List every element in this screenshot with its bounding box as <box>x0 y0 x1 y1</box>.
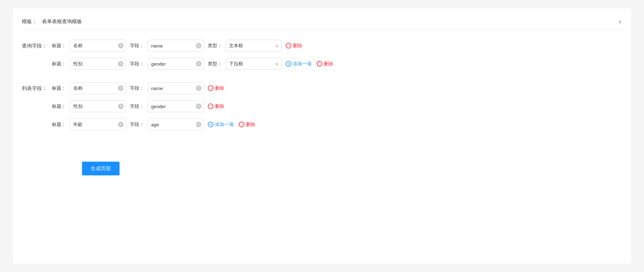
query-row-0-title-clear[interactable]: × <box>118 43 124 48</box>
list-row-1-field-input[interactable] <box>148 100 204 112</box>
query-row-1-delete-button[interactable]: − 删除 <box>317 61 333 67</box>
list-row-0-title-clear[interactable]: × <box>118 85 124 91</box>
list-row-1-title-input[interactable] <box>70 100 126 112</box>
list-row-0-field-label: 字段： <box>130 85 144 91</box>
list-row-0-actions: − 删除 <box>208 85 224 91</box>
query-row-0-type-value: 文本框 <box>229 43 275 49</box>
list-row-2-delete-button[interactable]: − 删除 <box>239 122 255 128</box>
query-row-1-field-clear[interactable]: × <box>196 61 202 67</box>
list-row-0-title-input[interactable] <box>70 82 126 94</box>
list-row-2-title-label: 标题： <box>52 122 66 128</box>
query-row-0-type-select[interactable]: 文本框 ∨ <box>226 40 282 52</box>
list-row-1: 标题： × 字段： × − 删除 <box>52 100 622 112</box>
generate-section: 生成页面 <box>52 146 622 175</box>
query-row-1-title-input[interactable] <box>70 58 126 70</box>
query-row-1-delete-label: 删除 <box>324 61 333 67</box>
list-row-1-title-label: 标题： <box>52 103 66 109</box>
list-section-label: 列表字段： <box>22 82 47 92</box>
list-row-0-title-label: 标题： <box>52 85 66 91</box>
list-section: 列表字段： 标题： × 字段： × − 删除 <box>22 82 622 130</box>
query-row-0-delete-icon: − <box>286 43 291 48</box>
query-row-1-title-clear[interactable]: × <box>118 61 124 67</box>
page-container: 模板： 表单表格查询模板 ∨ 查询字段： 标题： × 字段： × 类型： <box>12 8 632 264</box>
list-row-0-delete-label: 删除 <box>215 85 224 91</box>
query-row-0-field-clear[interactable]: × <box>196 43 202 48</box>
query-row-1-field-label: 字段： <box>130 61 144 67</box>
list-row-2-field-input-wrapper: × <box>148 118 204 130</box>
query-row-0-type-chevron-icon: ∨ <box>275 43 279 48</box>
query-row-1: 标题： × 字段： × 类型： 下拉框 ∨ + <box>52 58 622 70</box>
query-row-0-title-input-wrapper: × <box>70 40 126 52</box>
query-row-0-type-label: 类型： <box>208 43 222 49</box>
list-row-2-add-label: 添加一项 <box>215 122 234 128</box>
template-select-value: 表单表格查询模板 <box>42 18 615 25</box>
list-row-0-delete-button[interactable]: − 删除 <box>208 85 224 91</box>
list-row-1-field-clear[interactable]: × <box>196 103 202 109</box>
list-row-2-delete-label: 删除 <box>246 122 255 128</box>
list-row-2-add-icon: + <box>208 122 213 127</box>
list-section-rows: 标题： × 字段： × − 删除 标题： <box>52 82 622 130</box>
template-select[interactable]: 表单表格查询模板 ∨ <box>42 18 622 25</box>
query-row-0-field-input[interactable] <box>148 40 204 52</box>
list-row-0-field-clear[interactable]: × <box>196 85 202 91</box>
list-row-2-title-input[interactable] <box>70 118 126 130</box>
list-row-2-add-button[interactable]: + 添加一项 <box>208 122 234 128</box>
list-row-1-delete-icon: − <box>208 103 213 109</box>
query-section-label: 查询字段： <box>22 40 47 49</box>
query-row-0-title-input[interactable] <box>70 40 126 52</box>
list-row-2-field-label: 字段： <box>130 122 144 128</box>
query-row-1-type-select[interactable]: 下拉框 ∨ <box>226 58 282 70</box>
list-row-2-title-clear[interactable]: × <box>118 122 124 127</box>
query-row-0-delete-label: 删除 <box>293 43 302 49</box>
list-row-1-delete-button[interactable]: − 删除 <box>208 103 224 109</box>
list-row-2-field-clear[interactable]: × <box>196 122 202 127</box>
template-label: 模板： <box>22 18 37 25</box>
generate-button[interactable]: 生成页面 <box>82 162 120 175</box>
list-row-0-delete-icon: − <box>208 85 213 91</box>
query-row-1-field-input-wrapper: × <box>148 58 204 70</box>
query-row-1-title-label: 标题： <box>52 61 66 67</box>
list-row-1-field-input-wrapper: × <box>148 100 204 112</box>
query-row-1-actions: + 添加一项 − 删除 <box>286 61 333 67</box>
query-row-0: 标题： × 字段： × 类型： 文本框 ∨ − <box>52 40 622 52</box>
template-chevron-icon: ∨ <box>618 18 622 25</box>
list-row-1-title-input-wrapper: × <box>70 100 126 112</box>
list-row-2-title-input-wrapper: × <box>70 118 126 130</box>
query-row-0-title-label: 标题： <box>52 43 66 49</box>
query-row-1-type-chevron-icon: ∨ <box>275 61 279 66</box>
query-row-1-type-label: 类型： <box>208 61 222 67</box>
list-row-2-field-input[interactable] <box>148 118 204 130</box>
list-row-2: 标题： × 字段： × + 添加一项 − 删除 <box>52 118 622 130</box>
list-row-0-field-input[interactable] <box>148 82 204 94</box>
query-row-0-actions: − 删除 <box>286 43 302 49</box>
list-row-1-actions: − 删除 <box>208 103 224 109</box>
query-section-rows: 标题： × 字段： × 类型： 文本框 ∨ − <box>52 40 622 70</box>
list-row-0-title-input-wrapper: × <box>70 82 126 94</box>
list-row-1-title-clear[interactable]: × <box>118 103 124 109</box>
list-row-2-delete-icon: − <box>239 122 244 127</box>
query-row-1-add-icon: + <box>286 61 291 67</box>
query-row-1-field-input[interactable] <box>148 58 204 70</box>
query-row-1-type-value: 下拉框 <box>229 61 275 67</box>
query-row-1-add-button[interactable]: + 添加一项 <box>286 61 312 67</box>
list-row-1-delete-label: 删除 <box>215 103 224 109</box>
query-row-0-delete-button[interactable]: − 删除 <box>286 43 302 49</box>
template-row: 模板： 表单表格查询模板 ∨ <box>22 14 622 30</box>
list-row-1-field-label: 字段： <box>130 103 144 109</box>
list-row-2-actions: + 添加一项 − 删除 <box>208 122 255 128</box>
query-row-1-delete-icon: − <box>317 61 322 67</box>
query-row-0-field-input-wrapper: × <box>148 40 204 52</box>
query-section: 查询字段： 标题： × 字段： × 类型： 文本框 ∨ <box>22 40 622 70</box>
query-row-0-field-label: 字段： <box>130 43 144 49</box>
list-row-0: 标题： × 字段： × − 删除 <box>52 82 622 94</box>
list-row-0-field-input-wrapper: × <box>148 82 204 94</box>
query-row-1-title-input-wrapper: × <box>70 58 126 70</box>
query-row-1-add-label: 添加一项 <box>293 61 312 67</box>
